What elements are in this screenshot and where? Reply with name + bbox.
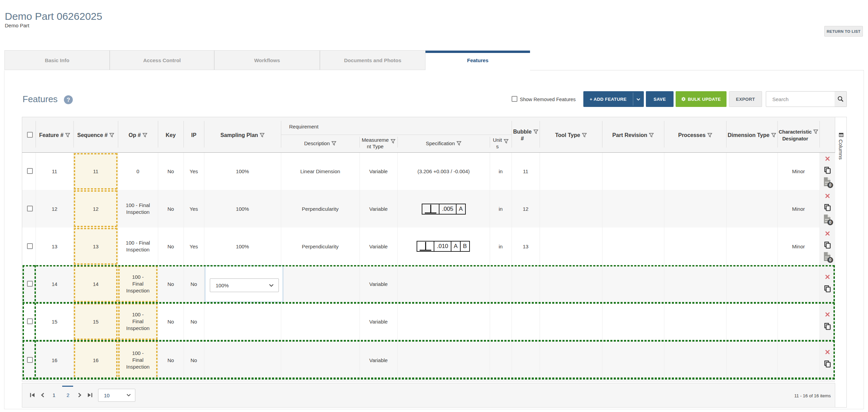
svg-text:0: 0 bbox=[829, 183, 831, 188]
svg-text:0: 0 bbox=[829, 258, 831, 262]
svg-text:0: 0 bbox=[829, 220, 831, 225]
